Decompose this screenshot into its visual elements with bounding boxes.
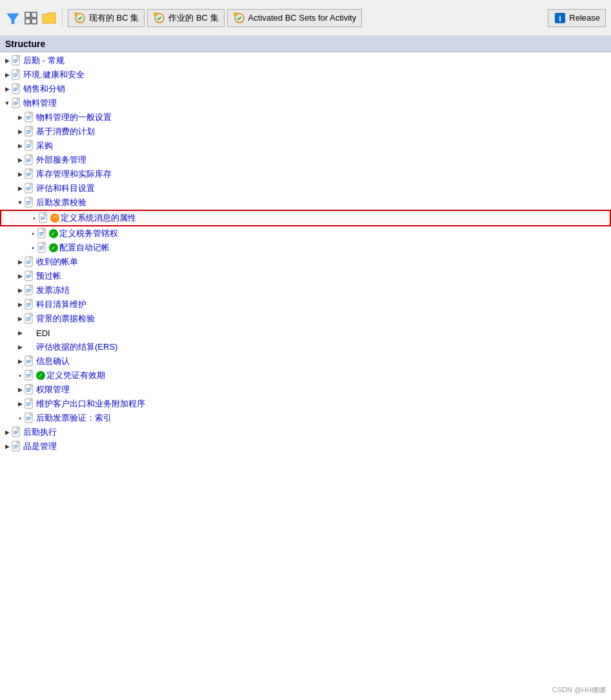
expand-right-icon[interactable]: ▶ [3, 442, 12, 451]
svg-rect-147 [30, 399, 32, 401]
node-label: 评估收据的结算(ERS) [36, 341, 117, 353]
svg-rect-123 [30, 314, 32, 316]
expand-right-icon[interactable]: ▶ [15, 272, 25, 281]
svg-rect-76 [26, 201, 31, 202]
expand-right-icon[interactable]: ▶ [15, 399, 25, 408]
work-bc-button[interactable]: 作业的 BC 集 [147, 9, 224, 27]
tree-item-node-config-auto[interactable]: • ✓配置自动记帐 [0, 241, 611, 255]
release-button[interactable]: i Release [548, 9, 606, 27]
svg-rect-166 [14, 445, 18, 446]
expand-right-icon[interactable]: ▶ [15, 300, 25, 309]
expand-right-icon[interactable]: ▶ [15, 113, 25, 122]
tree-item-node-purchasing[interactable]: ▶ 采购 [0, 139, 611, 153]
expand-right-icon[interactable]: ▶ [3, 56, 12, 65]
expand-right-icon[interactable]: ▶ [3, 85, 12, 94]
expand-right-icon[interactable]: ▶ [15, 155, 25, 165]
tree-item-node-external-svc[interactable]: ▶ 外部服务管理 [0, 153, 611, 167]
node-label: 品是管理 [23, 441, 57, 452]
doc-icon [25, 370, 35, 381]
doc-icon [12, 97, 22, 109]
tree-item-node-logistics-exec[interactable]: ▶ 后勤执行 [0, 425, 611, 439]
release-label: Release [569, 13, 600, 23]
expand-right-icon[interactable]: ▶ [15, 328, 25, 337]
tree-item-node-bg-check[interactable]: ▶ 背景的票据检验 [0, 312, 611, 326]
doc-icon [37, 242, 48, 254]
expand-right-icon[interactable]: ▶ [15, 127, 25, 136]
svg-rect-129 [30, 356, 32, 359]
expand-right-icon[interactable]: ▶ [15, 170, 25, 179]
tree-item-node-consumption-plan[interactable]: ▶ 基于消费的计划 [0, 125, 611, 139]
tree-item-node-account-clear[interactable]: ▶ 科目清算维护 [0, 297, 611, 312]
svg-rect-126 [26, 320, 30, 321]
node-label: 库存管理和实际库存 [36, 168, 112, 180]
tree-item-node-pre-account[interactable]: ▶ 预过帐 [0, 269, 611, 283]
doc-icon [25, 154, 35, 166]
tree-item-node-invoice-freeze[interactable]: ▶ 发票冻结 [0, 283, 611, 297]
svg-rect-71 [26, 188, 31, 189]
expand-right-icon[interactable]: ▶ [15, 184, 25, 193]
existing-bc-label: 现有的 BC 集 [89, 12, 139, 24]
svg-rect-41 [26, 117, 31, 118]
expand-right-icon[interactable]: ▶ [15, 343, 25, 352]
tree-item-node-define-msg[interactable]: • ⏱定义系统消息的属性 [0, 210, 611, 226]
tree-item-node-material[interactable]: ▼ 物料管理 [0, 96, 611, 110]
folder-icon[interactable] [41, 10, 57, 26]
svg-rect-30 [14, 90, 17, 91]
doc-icon [12, 69, 22, 81]
tree-item-node-edi[interactable]: ▶EDI [0, 326, 611, 340]
tree-item-node-define-tax[interactable]: • ✓定义税务管辖权 [0, 226, 611, 241]
expand-right-icon[interactable]: ▶ [15, 314, 25, 323]
svg-rect-99 [30, 257, 32, 259]
svg-rect-45 [30, 126, 32, 129]
expand-right-icon[interactable]: ▶ [3, 70, 12, 79]
tree-item-node-logistics-index[interactable]: • 后勤发票验证：索引 [0, 411, 611, 425]
doc-icon [12, 55, 22, 66]
existing-bc-icon [74, 12, 86, 25]
tree-item-node-auth-manage[interactable]: ▶ 权限管理 [0, 383, 611, 397]
node-label: 销售和分销 [23, 83, 65, 95]
tree-item-node-material-general[interactable]: ▶ 物料管理的一般设置 [0, 110, 611, 125]
filter-icon[interactable] [5, 10, 21, 26]
work-bc-label: 作业的 BC 集 [168, 12, 218, 24]
expand-right-icon[interactable]: ▶ [15, 257, 25, 266]
svg-rect-4 [32, 19, 37, 24]
node-label: 后勤发票校验 [36, 197, 86, 208]
tree-item-node-define-voucher[interactable]: • ✓定义凭证有效期 [0, 368, 611, 383]
tree-item-node-logistics-general[interactable]: ▶ 后勤 - 常规 [0, 54, 611, 68]
svg-rect-58 [26, 159, 31, 159]
svg-point-10 [234, 12, 237, 15]
expand-right-icon[interactable]: ▶ [3, 428, 12, 437]
activated-bc-icon [233, 12, 246, 25]
svg-rect-153 [30, 413, 32, 415]
expand-right-icon[interactable]: ▶ [15, 357, 25, 366]
activated-bc-button[interactable]: Activated BC Sets for Activity [227, 9, 363, 27]
tree-item-node-quality[interactable]: ▶ 品是管理 [0, 439, 611, 454]
node-label: 发票冻结 [36, 285, 70, 296]
svg-rect-24 [14, 76, 17, 77]
svg-rect-108 [26, 277, 30, 278]
svg-rect-101 [26, 262, 31, 263]
existing-bc-button[interactable]: 现有的 BC 集 [68, 9, 145, 27]
expand-down-icon[interactable]: ▼ [15, 198, 25, 207]
tree-item-node-sales[interactable]: ▶ 销售和分销 [0, 82, 611, 96]
svg-rect-53 [26, 146, 31, 146]
grid-icon[interactable] [23, 10, 39, 26]
leaf-dot-icon: • [28, 229, 37, 238]
expand-right-icon[interactable]: ▶ [15, 141, 25, 150]
tree-item-node-valuation[interactable]: ▶ 评估和科目设置 [0, 181, 611, 195]
svg-rect-125 [26, 319, 31, 319]
tree-item-node-inventory[interactable]: ▶ 库存管理和实际库存 [0, 167, 611, 181]
tree-item-node-logistics-invoice[interactable]: ▼ 后勤发票校验 [0, 195, 611, 210]
tree-item-node-env-health[interactable]: ▶ 环境,健康和安全 [0, 68, 611, 82]
expand-down-icon[interactable]: ▼ [3, 99, 12, 108]
tree-item-node-received-bill[interactable]: ▶ 收到的帐单 [0, 255, 611, 269]
expand-right-icon[interactable]: ▶ [15, 385, 25, 394]
tree-item-node-maintain-exit[interactable]: ▶ 维护客户出口和业务附加程序 [0, 397, 611, 411]
svg-rect-29 [14, 89, 18, 90]
doc-icon [39, 212, 49, 224]
tree-item-node-evaluation[interactable]: ▶评估收据的结算(ERS) [0, 340, 611, 354]
tree-item-node-info-confirm[interactable]: ▶ 信息确认 [0, 354, 611, 368]
expand-right-icon[interactable]: ▶ [15, 286, 25, 295]
svg-rect-22 [14, 74, 18, 74]
doc-icon [25, 313, 35, 325]
